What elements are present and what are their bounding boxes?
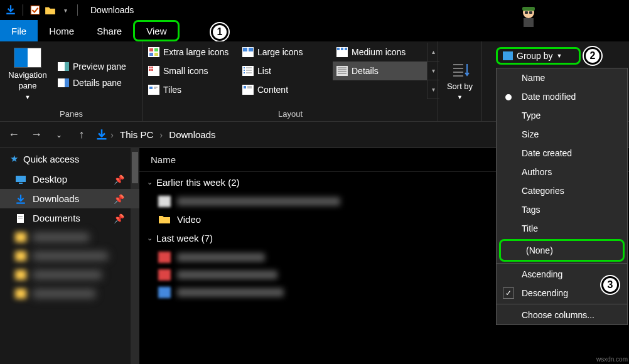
layout-medium[interactable]: Medium icons	[333, 43, 427, 62]
layout-label: List	[257, 66, 271, 76]
layout-label: Tiles	[163, 85, 181, 95]
blurred-text	[33, 270, 102, 279]
svg-rect-35	[148, 85, 159, 95]
dd-date-created[interactable]: Date created	[497, 144, 627, 163]
ribbon-layout-group: Extra large icons Large icons Medium ico…	[143, 41, 438, 121]
radio-selected-icon	[505, 94, 512, 100]
layout-list[interactable]: List	[239, 62, 333, 80]
sidebar-label: Downloads	[33, 193, 79, 204]
ribbon-panes-group: Navigation pane ▼ Preview pane Details p…	[0, 41, 143, 121]
layout-label: Medium icons	[352, 47, 406, 57]
tab-share[interactable]: Share	[85, 20, 133, 41]
avatar-icon	[516, 4, 541, 29]
downloads-icon	[15, 194, 26, 204]
watermark: wsxdn.com	[596, 356, 628, 363]
file-icon	[158, 252, 171, 263]
tab-file[interactable]: File	[0, 20, 38, 41]
preview-pane-button[interactable]: Preview pane	[55, 60, 129, 73]
dd-size[interactable]: Size	[497, 125, 627, 144]
svg-rect-21	[149, 69, 151, 71]
tab-home[interactable]: Home	[38, 20, 85, 41]
sidebar-item-blurred[interactable]	[0, 228, 139, 247]
svg-rect-7	[149, 48, 153, 51]
blurred-text	[177, 270, 277, 279]
chevron-down-icon: ⌄	[147, 178, 153, 186]
back-button[interactable]: ←	[5, 126, 23, 144]
crumb-sep-icon[interactable]: ›	[159, 129, 163, 140]
blurred-text	[177, 197, 340, 206]
navigation-pane-button[interactable]: Navigation pane ▼	[4, 44, 51, 105]
breadcrumb: › This PC › Downloads	[95, 128, 220, 141]
sort-by-icon	[451, 62, 470, 79]
qat-separator	[77, 4, 78, 16]
svg-rect-50	[18, 216, 23, 217]
layout-label: Content	[257, 85, 288, 95]
crumb-this-pc[interactable]: This PC	[116, 128, 157, 141]
dd-categories[interactable]: Categories	[497, 181, 627, 200]
sort-by-button[interactable]: Sort by ▼	[441, 44, 479, 119]
details-pane-button[interactable]: Details pane	[55, 77, 129, 89]
documents-icon	[15, 213, 26, 223]
svg-rect-5	[529, 11, 532, 14]
qat-properties-icon[interactable]	[30, 4, 41, 16]
svg-rect-2	[522, 7, 535, 11]
ribbon-sort-group: Sort by ▼	[438, 41, 482, 121]
layout-label: Small icons	[163, 66, 208, 76]
svg-rect-36	[149, 87, 153, 89]
sidebar-quick-access[interactable]: ★ Quick access	[0, 148, 139, 169]
star-icon: ★	[10, 153, 18, 164]
svg-rect-9	[149, 53, 153, 56]
dd-separator	[497, 263, 627, 264]
pin-icon: 📌	[114, 194, 124, 204]
group-by-button[interactable]: Group by ▼	[496, 47, 581, 65]
sidebar-label: Quick access	[23, 154, 79, 164]
qat-new-folder-icon[interactable]	[45, 4, 56, 16]
recent-locations-button[interactable]: ⌄	[50, 126, 68, 144]
dd-type[interactable]: Type	[497, 106, 627, 125]
layout-details[interactable]: Details	[333, 62, 427, 80]
crumb-downloads[interactable]: Downloads	[165, 128, 219, 141]
crumb-sep-icon[interactable]: ›	[110, 129, 114, 140]
dd-choose-columns[interactable]: Choose columns...	[497, 306, 627, 324]
extra-large-icon	[148, 47, 159, 57]
layout-small[interactable]: Small icons	[144, 62, 239, 80]
sidebar-desktop[interactable]: Desktop 📌	[0, 169, 139, 189]
tab-view[interactable]: View	[133, 20, 180, 41]
svg-rect-51	[18, 218, 23, 218]
qat-dropdown-icon[interactable]: ▾	[60, 4, 71, 16]
checkmark-icon: ✓	[503, 287, 514, 299]
dd-authors[interactable]: Authors	[497, 163, 627, 181]
group-label: Last week (7)	[156, 233, 213, 244]
svg-rect-3	[524, 18, 534, 27]
folder-icon	[158, 213, 171, 225]
sidebar-downloads[interactable]: Downloads 📌	[0, 189, 139, 208]
layout-label: Details	[352, 66, 379, 76]
dd-none[interactable]: (None)	[499, 239, 625, 262]
dd-tags[interactable]: Tags	[497, 200, 627, 219]
svg-rect-8	[154, 48, 158, 51]
svg-rect-16	[341, 48, 343, 50]
dd-label: Date modified	[522, 92, 576, 102]
sidebar-item-blurred[interactable]	[0, 265, 139, 284]
sort-by-label: Sort by	[447, 82, 473, 92]
folder-icon	[15, 232, 26, 242]
window-title: Downloads	[90, 5, 134, 15]
dd-title[interactable]: Title	[497, 219, 627, 238]
medium-icon	[336, 47, 348, 57]
layout-content[interactable]: Content	[239, 80, 333, 99]
up-button[interactable]: ↑	[73, 126, 90, 144]
forward-button[interactable]: →	[28, 126, 45, 144]
layout-tiles[interactable]: Tiles	[144, 80, 239, 99]
chevron-down-icon: ▼	[557, 53, 562, 59]
layout-extra-large[interactable]: Extra large icons	[144, 43, 239, 62]
blurred-text	[33, 289, 95, 298]
sidebar-documents[interactable]: Documents 📌	[0, 208, 139, 228]
svg-rect-30	[336, 66, 348, 76]
preview-pane-icon	[58, 62, 69, 71]
layout-large[interactable]: Large icons	[239, 43, 333, 62]
folder-icon	[15, 251, 26, 261]
sidebar-item-blurred[interactable]	[0, 247, 139, 265]
dd-date-modified[interactable]: Date modified	[497, 87, 627, 106]
sidebar-item-blurred[interactable]	[0, 284, 139, 303]
dd-name[interactable]: Name	[497, 68, 627, 87]
